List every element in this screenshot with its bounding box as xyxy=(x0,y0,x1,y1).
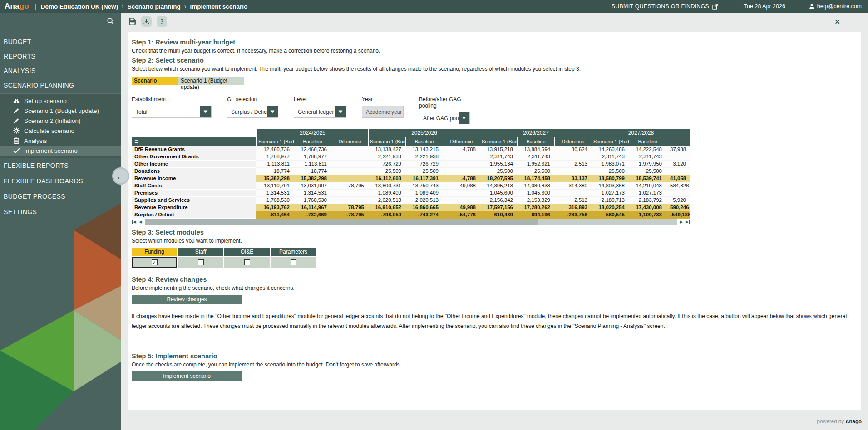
table-corner-blank xyxy=(132,129,256,137)
breadcrumb-item-client[interactable]: Demo Education UK (New) xyxy=(41,3,118,10)
table-cell xyxy=(443,161,480,168)
menu-icon[interactable]: ≡ xyxy=(134,138,138,145)
module-checkbox-funding[interactable]: ✓ xyxy=(152,259,158,265)
table-cell: 49,988 xyxy=(443,204,480,211)
chevron-down-icon[interactable] xyxy=(267,106,278,117)
scrollbar-track[interactable] xyxy=(145,219,677,225)
logo-text: Ana xyxy=(5,2,20,10)
table-cell: 590,246 xyxy=(666,204,690,211)
user-account[interactable]: help@centre.com xyxy=(809,3,862,10)
chevron-down-icon[interactable] xyxy=(459,112,469,124)
module-checkbox-parameters[interactable] xyxy=(291,259,296,265)
table-cell: 25,500 xyxy=(592,168,629,175)
implement-scenario-button[interactable]: Implement scenario xyxy=(132,371,242,381)
chevron-down-icon[interactable] xyxy=(335,106,346,117)
table-cell: 30,624 xyxy=(554,146,592,153)
module-header-funding[interactable]: Funding xyxy=(132,248,177,256)
level-select[interactable]: General ledger xyxy=(294,106,346,118)
sidebar-item-set-up-scenario[interactable]: Set up scenario xyxy=(0,96,121,106)
search-icon[interactable] xyxy=(107,17,115,25)
save-button[interactable] xyxy=(128,18,136,25)
table-cell: 2,183,792 xyxy=(629,197,666,204)
table-cell: 1,027,173 xyxy=(592,190,629,197)
table-cell: 726,729 xyxy=(368,161,405,168)
table-cell xyxy=(666,168,690,175)
breadcrumb: Demo Education UK (New) › Scenario plann… xyxy=(41,3,247,10)
submit-questions-link[interactable]: SUBMIT QUESTIONS OR FINDINGS xyxy=(612,3,718,10)
review-changes-button[interactable]: Review changes xyxy=(132,295,242,304)
table-cell xyxy=(554,168,592,175)
table-cell: 1,089,409 xyxy=(368,190,405,197)
scrollbar-thumb[interactable] xyxy=(145,219,539,225)
export-button[interactable] xyxy=(141,16,152,27)
person-icon xyxy=(809,4,814,9)
row-label: Other Income xyxy=(132,161,256,168)
sidebar-item-budget[interactable]: BUDGET xyxy=(0,34,121,49)
scenario-value-field[interactable]: Scenario 1 (Budget update) xyxy=(178,77,244,85)
sidebar-item-implement-scenario[interactable]: Implement scenario xyxy=(0,146,121,156)
sidebar-item-flexible-reports[interactable]: FLEXIBLE REPORTS xyxy=(0,158,121,173)
module-header-parameters[interactable]: Parameters xyxy=(271,248,316,256)
table-cell: 14,260,486 xyxy=(592,146,629,153)
module-cell-staff xyxy=(178,257,223,268)
table-cell: 15,382,298 xyxy=(256,175,294,182)
external-link-icon xyxy=(712,4,718,10)
sidebar-item-label: Analysis xyxy=(24,137,47,144)
sidebar-item-reports[interactable]: REPORTS xyxy=(0,49,121,64)
sidebar-item-analysis[interactable]: Analysis xyxy=(0,136,121,146)
table-cell: 16,117,391 xyxy=(405,175,443,182)
table-cell: -732,669 xyxy=(294,211,331,219)
table-cell xyxy=(331,190,368,197)
scrollbar-first-button[interactable]: ◀ xyxy=(132,220,138,224)
help-chip: ? xyxy=(157,16,167,27)
column-header: Baseline xyxy=(405,137,443,146)
sidebar-item-scenario-2[interactable]: Scenario 2 (Inflation) xyxy=(0,116,121,126)
column-header: Scenario 1 (Bud... xyxy=(480,137,517,146)
table-cell: 18,774 xyxy=(256,168,294,175)
gag-pooling-select[interactable]: After GAG pooling xyxy=(419,112,470,124)
back-arrow-icon: ← xyxy=(116,171,126,181)
table-cell: 14,395,213 xyxy=(480,182,517,190)
sidebar: BUDGET REPORTS ANALYSIS SCENARIO PLANNIN… xyxy=(0,13,121,430)
scenario-selector: Scenario Scenario 1 (Budget update) xyxy=(132,77,856,85)
table-cell: 1,045,600 xyxy=(517,190,554,197)
scrollbar-right-button[interactable]: ▶ xyxy=(678,220,684,224)
sidebar-search[interactable] xyxy=(0,13,121,30)
table-row: Surplus / Deficit-811,464-732,669-78,795… xyxy=(132,211,690,219)
table-cell: 1,788,977 xyxy=(294,153,331,161)
scrollbar-left-button[interactable]: ◀ xyxy=(138,220,143,224)
module-header-staff[interactable]: Staff xyxy=(178,248,223,256)
module-column-oi-e: OI&E xyxy=(224,248,270,268)
gl-selection-select[interactable]: Surplus / Deficit xyxy=(227,106,278,118)
sidebar-item-scenario-1[interactable]: Scenario 1 (Budget update) xyxy=(0,106,121,116)
table-cell: 584,326 xyxy=(666,182,690,190)
module-header-oi-e[interactable]: OI&E xyxy=(224,248,270,256)
app-logo[interactable]: Anago xyxy=(5,2,29,11)
chevron-down-icon[interactable] xyxy=(200,106,211,117)
collapse-sidebar-button[interactable]: ← xyxy=(112,167,129,185)
table-cell: 2,513 xyxy=(554,161,592,168)
sidebar-item-scenario-planning[interactable]: SCENARIO PLANNING xyxy=(0,78,121,93)
module-column-parameters: Parameters xyxy=(271,248,316,268)
footer-brand-link[interactable]: Anago xyxy=(845,419,862,424)
gl-selection-label: GL selection xyxy=(227,96,278,103)
module-checkbox-oi-e[interactable] xyxy=(244,259,250,265)
step1-description: Check that the multi-year budget is corr… xyxy=(132,47,856,55)
row-label: Surplus / Deficit xyxy=(132,211,256,219)
table-cell: 894,196 xyxy=(517,211,554,219)
help-button[interactable]: ? xyxy=(157,16,167,27)
table-cell: -811,464 xyxy=(256,211,294,219)
submit-questions-label: SUBMIT QUESTIONS OR FINDINGS xyxy=(612,3,709,10)
gear-icon xyxy=(13,127,20,134)
establishment-value: Total xyxy=(132,106,200,117)
row-label: Premises xyxy=(132,190,256,197)
sidebar-item-calculate-scenario[interactable]: Calculate scenario xyxy=(0,126,121,136)
establishment-select[interactable]: Total xyxy=(132,106,212,118)
close-button[interactable]: × xyxy=(835,17,840,26)
sidebar-item-analysis[interactable]: ANALYSIS xyxy=(0,64,121,78)
table-cell: 314,380 xyxy=(554,182,592,190)
table-cell: 25,500 xyxy=(480,168,517,175)
module-checkbox-staff[interactable] xyxy=(198,259,204,265)
scrollbar-last-button[interactable]: ▶ xyxy=(684,220,690,224)
breadcrumb-item-module[interactable]: Scenario planning xyxy=(128,3,181,10)
